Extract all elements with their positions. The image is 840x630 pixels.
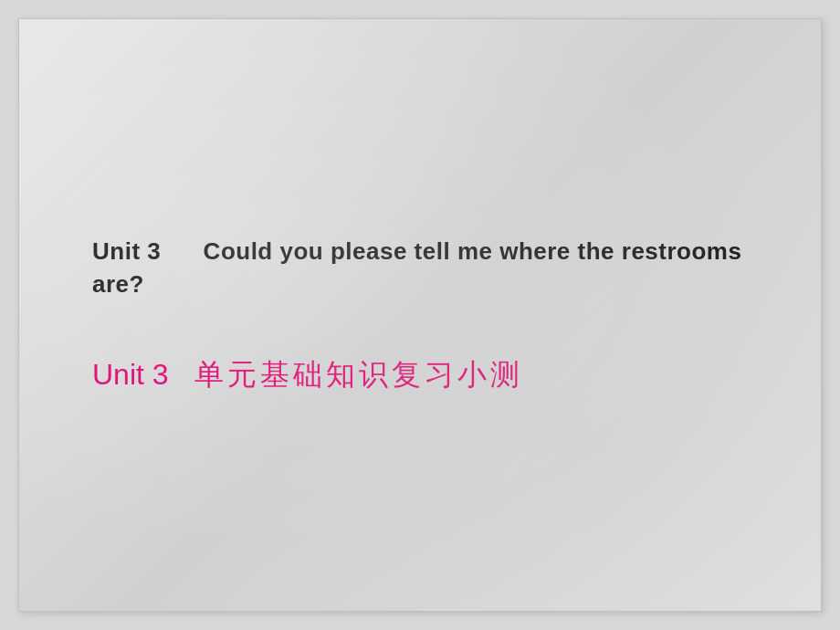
subtitle-chinese-text: 单元基础知识复习小测 xyxy=(194,358,523,391)
main-title: Unit 3 Could you please tell me where th… xyxy=(92,235,748,301)
title-spacer xyxy=(168,237,196,265)
slide-container: Unit 3 Could you please tell me where th… xyxy=(18,18,822,612)
unit-prefix: Unit 3 xyxy=(92,237,161,265)
subtitle-unit-label: Unit 3 xyxy=(92,358,169,391)
subtitle: Unit 3 单元基础知识复习小测 xyxy=(92,355,523,395)
